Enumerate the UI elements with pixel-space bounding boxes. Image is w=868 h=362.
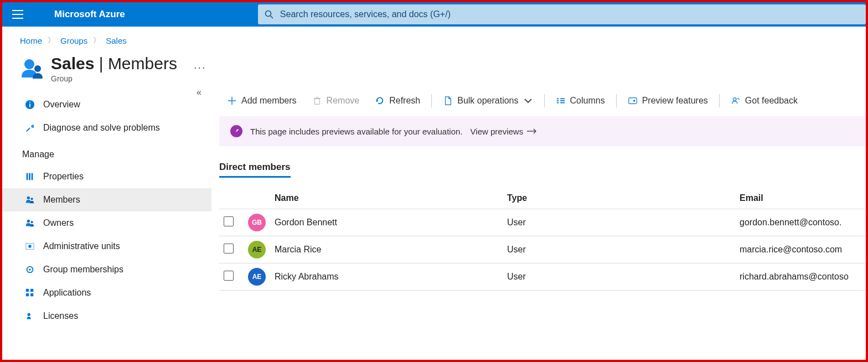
sidebar-item-label: Administrative units	[43, 241, 120, 251]
bulk-operations-button[interactable]: Bulk operations	[435, 87, 540, 114]
preview-features-button[interactable]: Preview features	[620, 87, 716, 114]
column-header-email[interactable]: Email	[735, 188, 866, 209]
tool-label: Columns	[570, 96, 605, 106]
tool-label: Remove	[327, 96, 360, 106]
sidebar-item-label: Group memberships	[43, 265, 123, 275]
feedback-button[interactable]: Got feedback	[723, 87, 805, 114]
svg-point-20	[29, 268, 31, 271]
search-input[interactable]	[273, 9, 859, 19]
svg-rect-1	[12, 14, 23, 15]
add-members-button[interactable]: Add members	[219, 87, 304, 114]
toolbar-separator	[719, 94, 720, 107]
sidebar-item-label: Members	[43, 195, 80, 205]
sidebar: « Overview Diagnose and solve problems M…	[2, 87, 211, 349]
row-checkbox[interactable]	[224, 271, 234, 281]
svg-marker-31	[376, 100, 379, 102]
avatar: GB	[248, 214, 266, 231]
svg-rect-11	[29, 173, 30, 180]
sidebar-item-diagnose[interactable]: Diagnose and solve problems	[2, 116, 211, 139]
sidebar-item-properties[interactable]: Properties	[2, 165, 211, 188]
main-content: Add members Remove Refresh Bulk operatio…	[211, 87, 866, 349]
row-checkbox[interactable]	[224, 244, 234, 254]
svg-rect-12	[32, 173, 33, 180]
svg-rect-2	[12, 18, 23, 19]
svg-line-4	[270, 16, 273, 19]
table-row[interactable]: AEMarcia RiceUsermarcia.rice@contoso.com	[219, 236, 866, 263]
hamburger-menu[interactable]	[2, 10, 33, 19]
sidebar-item-applications[interactable]: Applications	[2, 281, 211, 304]
sidebar-item-members[interactable]: Members	[2, 188, 211, 211]
refresh-icon	[375, 96, 385, 106]
breadcrumb: Home 〉 Groups 〉 Sales	[2, 27, 866, 50]
file-icon	[443, 96, 453, 106]
svg-point-40	[733, 98, 736, 101]
cell-name: Ricky Abrahams	[270, 263, 503, 291]
svg-rect-8	[29, 104, 30, 107]
sidebar-item-label: Applications	[43, 288, 91, 298]
rocket-icon	[230, 125, 242, 137]
row-checkbox[interactable]	[224, 216, 234, 226]
tool-label: Preview features	[642, 96, 708, 106]
top-bar: Microsoft Azure	[2, 2, 866, 27]
tool-label: Add members	[241, 96, 297, 106]
breadcrumb-home[interactable]: Home	[20, 36, 42, 45]
gear-icon	[24, 264, 35, 275]
svg-rect-24	[30, 293, 33, 296]
svg-rect-21	[26, 289, 29, 292]
sidebar-item-label: Overview	[43, 100, 80, 110]
command-bar: Add members Remove Refresh Bulk operatio…	[211, 87, 866, 114]
breadcrumb-groups[interactable]: Groups	[60, 36, 87, 45]
svg-rect-28	[314, 99, 319, 104]
sidebar-item-licenses[interactable]: Licenses	[2, 304, 211, 328]
members-table: Name Type Email GBGordon BennettUsergord…	[219, 188, 866, 291]
columns-icon	[556, 96, 566, 106]
breadcrumb-sep: 〉	[93, 35, 100, 45]
tab-strip: Direct members	[219, 162, 866, 178]
table-row[interactable]: AERicky AbrahamsUserrichard.abrahams@con…	[219, 263, 866, 291]
license-icon	[24, 311, 35, 322]
people-icon	[24, 194, 35, 205]
sidebar-item-label: Owners	[43, 218, 74, 228]
group-icon	[20, 56, 44, 81]
tab-direct-members[interactable]: Direct members	[219, 162, 291, 178]
svg-rect-38	[628, 98, 636, 104]
chevron-down-icon	[523, 96, 533, 106]
notice-text: This page includes previews available fo…	[250, 127, 463, 136]
page-title-bar: Sales | Members Group ···	[2, 50, 866, 87]
cell-email: richard.abrahams@contoso	[735, 263, 866, 291]
column-header-name[interactable]: Name	[270, 188, 503, 209]
toolbar-separator	[431, 94, 432, 107]
svg-rect-0	[12, 10, 23, 11]
breadcrumb-sales[interactable]: Sales	[106, 36, 127, 45]
apps-icon	[24, 287, 35, 298]
sidebar-item-label: Properties	[43, 172, 84, 182]
wrench-icon	[24, 122, 35, 133]
more-actions-button[interactable]: ···	[194, 61, 206, 74]
svg-point-39	[633, 100, 636, 102]
toolbar-separator	[544, 94, 545, 107]
cell-type: User	[503, 209, 735, 236]
search-box[interactable]	[258, 4, 866, 24]
sidebar-item-group-memberships[interactable]: Group memberships	[2, 258, 211, 281]
search-icon	[265, 10, 273, 19]
sidebar-item-owners[interactable]: Owners	[2, 211, 211, 235]
tool-label: Refresh	[389, 96, 420, 106]
refresh-button[interactable]: Refresh	[367, 87, 428, 114]
brand-label[interactable]: Microsoft Azure	[33, 9, 125, 20]
sidebar-item-overview[interactable]: Overview	[2, 93, 211, 116]
svg-rect-22	[30, 289, 33, 292]
avatar: AE	[248, 268, 266, 286]
page-title: Sales | Members	[51, 54, 177, 73]
table-row[interactable]: GBGordon BennettUsergordon.bennett@conto…	[219, 209, 866, 236]
svg-point-13	[27, 196, 30, 199]
admin-units-icon	[24, 241, 35, 252]
svg-rect-10	[27, 173, 28, 180]
svg-point-3	[265, 11, 271, 17]
collapse-sidebar-button[interactable]: «	[197, 87, 202, 97]
sidebar-item-admin-units[interactable]: Administrative units	[2, 235, 211, 258]
column-header-type[interactable]: Type	[503, 188, 735, 209]
remove-button: Remove	[304, 87, 368, 114]
view-previews-link[interactable]: View previews	[471, 127, 538, 136]
columns-button[interactable]: Columns	[548, 87, 613, 114]
svg-rect-23	[26, 293, 29, 296]
